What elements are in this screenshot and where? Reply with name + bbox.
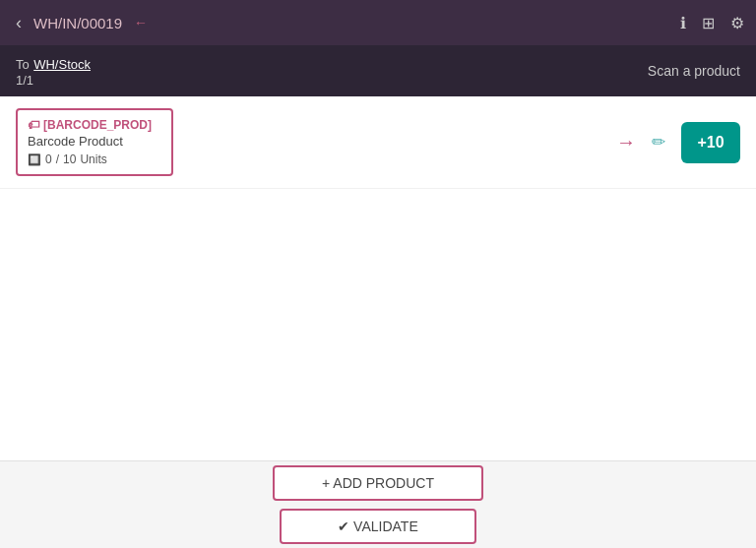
barcode-code: [BARCODE_PROD] <box>43 118 152 132</box>
qty-unit: Units <box>80 152 106 166</box>
sub-header: To WH/Stock 1/1 Scan a product <box>0 45 756 96</box>
product-row: 🏷 [BARCODE_PROD] Barcode Product 🔲 0 / 1… <box>0 96 756 189</box>
back-button[interactable]: ‹ <box>12 9 26 37</box>
qty-separator: / <box>56 152 59 166</box>
edit-button[interactable] <box>652 132 665 152</box>
add-product-button[interactable]: + ADD PRODUCT <box>273 465 483 501</box>
nav-right: ℹ ⊞ ⚙ <box>680 14 744 32</box>
nav-arrow-indicator: ← <box>134 15 148 30</box>
validate-button[interactable]: ✔ VALIDATE <box>280 509 476 544</box>
product-name: Barcode Product <box>28 134 161 149</box>
product-info-card: 🏷 [BARCODE_PROD] Barcode Product 🔲 0 / 1… <box>16 108 173 176</box>
nav-title: WH/IN/00019 <box>33 15 122 31</box>
nav-left: ‹ WH/IN/00019 ← <box>12 9 148 37</box>
info-icon[interactable]: ℹ <box>680 14 686 32</box>
location-link[interactable]: WH/Stock <box>33 57 91 72</box>
main-content: 🏷 [BARCODE_PROD] Barcode Product 🔲 0 / 1… <box>0 96 756 461</box>
grid-icon[interactable]: ⊞ <box>702 14 715 32</box>
barcode-tag: 🏷 [BARCODE_PROD] <box>28 118 161 132</box>
product-actions: → +10 <box>616 122 740 163</box>
page-indicator: 1/1 <box>16 73 91 88</box>
pencil-icon <box>652 132 665 152</box>
sub-header-to-row: To WH/Stock <box>16 55 91 73</box>
scan-product-label: Scan a product <box>648 63 740 79</box>
gear-icon[interactable]: ⚙ <box>730 14 744 32</box>
qty-icon: 🔲 <box>28 153 41 166</box>
qty-total: 10 <box>63 152 76 166</box>
arrow-right-icon: → <box>616 131 636 153</box>
to-label: To <box>16 57 30 72</box>
product-qty: 🔲 0 / 10 Units <box>28 152 161 166</box>
qty-done: 0 <box>45 152 52 166</box>
empty-area <box>0 189 756 461</box>
plus-ten-button[interactable]: +10 <box>681 122 740 163</box>
top-nav: ‹ WH/IN/00019 ← ℹ ⊞ ⚙ <box>0 0 756 45</box>
sub-header-left: To WH/Stock 1/1 <box>16 55 91 88</box>
bottom-actions: + ADD PRODUCT ✔ VALIDATE <box>0 461 756 548</box>
tag-icon: 🏷 <box>28 118 39 132</box>
